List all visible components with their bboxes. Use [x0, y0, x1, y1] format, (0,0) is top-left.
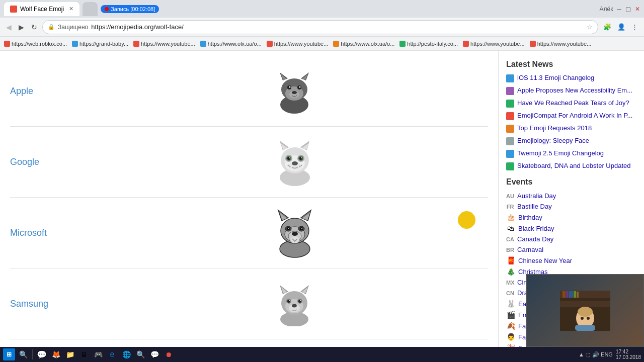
news-item-4[interactable]: EmojiCompat For Android A Work In P...: [506, 112, 636, 120]
event-link-chinese-new-year[interactable]: Chinese New Year: [518, 257, 572, 264]
wolf-image-google: [264, 137, 325, 187]
event-link-carnaval[interactable]: Carnaval: [517, 246, 543, 253]
bookmark-favicon: [72, 41, 78, 47]
event-link-bastille-day[interactable]: Bastille Day: [517, 203, 552, 210]
news-item-2[interactable]: Apple Proposes New Accessibility Em...: [506, 86, 636, 95]
news-link-7[interactable]: Twemoji 2.5 Emoji Changelog: [517, 149, 604, 158]
taskbar-record[interactable]: ⏺: [163, 348, 175, 360]
secure-label: Защищено: [58, 24, 88, 31]
bookmark-label: https://web.roblox.co...: [12, 41, 67, 47]
window-controls: Алёк ─ ▢ ✕: [600, 6, 640, 13]
wolf-svg-samsung: [272, 281, 317, 326]
news-link-4[interactable]: EmojiCompat For Android A Work In P...: [517, 112, 632, 120]
news-item-7[interactable]: Twemoji 2.5 Emoji Changelog: [506, 149, 636, 158]
maximize-button[interactable]: ▢: [625, 6, 631, 13]
vendor-link-google[interactable]: Google: [10, 157, 39, 167]
event-birthday[interactable]: 🎂 Birthday: [506, 213, 636, 222]
news-link-1[interactable]: iOS 11.3 Emoji Changelog: [517, 74, 594, 82]
bookmark-favicon: [200, 41, 206, 47]
svg-rect-87: [574, 291, 576, 298]
vendor-name-microsoft: Microsoft: [10, 228, 91, 238]
inactive-tab[interactable]: [83, 2, 98, 16]
event-australia-day[interactable]: AU Australia Day: [506, 192, 636, 200]
tab-favicon: [10, 6, 17, 13]
bookmark-pesto[interactable]: http://pesto-italy.co...: [399, 41, 458, 47]
bookmark-label: https://www.olx.ua/o...: [208, 41, 262, 47]
taskbar-explorer[interactable]: 📁: [64, 348, 76, 360]
browser-navbar: ◀ ▶ ↻ 🔒 Защищено https://emojipedia.org/…: [0, 18, 644, 37]
video-thumbnail[interactable]: [526, 274, 644, 347]
event-link-birthday[interactable]: Birthday: [518, 214, 542, 221]
bookmark-roblox[interactable]: https://web.roblox.co...: [4, 41, 67, 47]
event-link-australia-day[interactable]: Australia Day: [517, 192, 556, 200]
vendor-link-samsung[interactable]: Samsung: [10, 299, 48, 309]
extensions-icon[interactable]: 🧩: [601, 22, 613, 32]
address-bar[interactable]: 🔒 Защищено https://emojipedia.org/wolf-f…: [42, 20, 598, 34]
news-item-3[interactable]: Have We Reached Peak Tears of Joy?: [506, 99, 636, 108]
event-bastille-day[interactable]: FR Bastille Day: [506, 202, 636, 211]
vendor-name-google: Google: [10, 157, 91, 167]
news-item-8[interactable]: Skateboard, DNA and Lobster Updated: [506, 162, 636, 170]
svg-point-30: [289, 165, 290, 167]
event-flag-australia: AU: [506, 193, 514, 199]
active-tab[interactable]: Wolf Face Emoji ✕: [4, 2, 79, 16]
start-button[interactable]: ⊞: [3, 348, 15, 360]
svg-point-31: [287, 164, 289, 166]
bookmark-star-icon[interactable]: ☆: [587, 23, 593, 31]
taskbar-search2[interactable]: 🔍: [134, 348, 146, 360]
event-link-canada-day[interactable]: Canada Day: [517, 235, 553, 243]
bookmark-youtube1[interactable]: https://www.youtube...: [133, 41, 195, 47]
taskbar-cortana[interactable]: 💬: [36, 348, 48, 360]
back-button[interactable]: ◀: [4, 21, 14, 33]
close-button[interactable]: ✕: [635, 6, 640, 13]
taskbar-chrome[interactable]: 🌐: [120, 348, 132, 360]
svg-point-48: [292, 232, 298, 236]
news-item-6[interactable]: Emojiology: Sleepy Face: [506, 137, 636, 145]
vendor-microsoft: Microsoft: [10, 198, 488, 268]
event-flag-france: FR: [506, 204, 514, 210]
vendor-link-apple[interactable]: Apple: [10, 86, 33, 96]
taskbar-game[interactable]: 🎮: [92, 348, 104, 360]
taskbar-firefox[interactable]: 🦊: [50, 348, 62, 360]
news-item-1[interactable]: iOS 11.3 Emoji Changelog: [506, 74, 636, 82]
forward-button[interactable]: ▶: [17, 21, 26, 33]
refresh-button[interactable]: ↻: [29, 21, 39, 33]
bookmark-youtube3[interactable]: https://www.youtube...: [463, 41, 525, 47]
profile-icon[interactable]: 👤: [615, 22, 627, 32]
bookmark-youtube2[interactable]: https://www.youtube...: [267, 41, 329, 47]
bookmark-favicon: [267, 41, 273, 47]
minimize-button[interactable]: ─: [617, 6, 621, 13]
event-canada-day[interactable]: CA Canada Day: [506, 235, 636, 243]
bookmark-olx2[interactable]: https://www.olx.ua/o...: [333, 41, 394, 47]
news-link-3[interactable]: Have We Reached Peak Tears of Joy?: [517, 99, 629, 108]
taskbar-ie[interactable]: e: [106, 348, 118, 360]
vendor-link-microsoft[interactable]: Microsoft: [10, 228, 47, 238]
event-chinese-new-year[interactable]: 🧧 Chinese New Year: [506, 256, 636, 265]
news-favicon-7: [506, 150, 514, 158]
news-link-6[interactable]: Emojiology: Sleepy Face: [517, 137, 589, 145]
taskbar-skype[interactable]: 💬: [148, 348, 160, 360]
news-link-5[interactable]: Top Emoji Requests 2018: [517, 124, 592, 133]
wolf-image-apple: [264, 66, 325, 116]
wolf-svg-apple: [272, 68, 317, 114]
bookmark-olx1[interactable]: https://www.olx.ua/o...: [200, 41, 262, 47]
search-taskbar-icon[interactable]: 🔍: [17, 348, 29, 360]
wolf-image-samsung: [264, 279, 325, 329]
event-link-black-friday[interactable]: Black Friday: [518, 225, 554, 232]
news-item-5[interactable]: Top Emoji Requests 2018: [506, 124, 636, 133]
svg-point-44: [300, 227, 303, 230]
news-link-8[interactable]: Skateboard, DNA and Lobster Updated: [517, 162, 630, 170]
menu-icon[interactable]: ⋮: [629, 22, 640, 32]
event-carnaval[interactable]: BR Carnaval: [506, 245, 636, 254]
bookmark-youtube4[interactable]: https://www.youtube...: [530, 41, 592, 47]
event-black-friday[interactable]: 🛍 Black Friday: [506, 224, 636, 233]
event-flag-china: CN: [506, 290, 514, 296]
svg-point-92: [587, 317, 590, 320]
news-link-2[interactable]: Apple Proposes New Accessibility Em...: [517, 86, 632, 95]
tab-close-button[interactable]: ✕: [69, 6, 73, 12]
bookmark-grand-baby[interactable]: https://grand-baby...: [72, 41, 128, 47]
event-emoji-movie-icon: 🎬: [506, 311, 515, 319]
event-flag-mexico: MX: [506, 280, 514, 286]
taskbar-display[interactable]: 🖥: [78, 348, 90, 360]
svg-point-61: [289, 300, 290, 301]
